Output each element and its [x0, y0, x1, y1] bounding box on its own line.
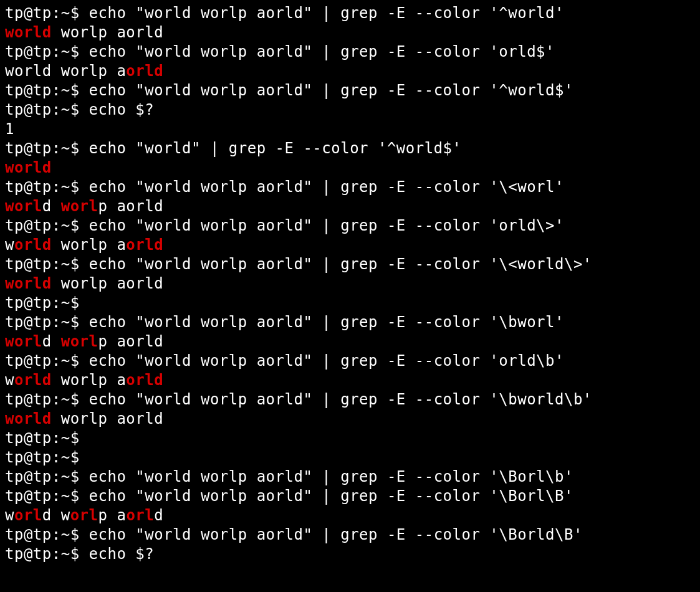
terminal-output-line: world worlp aorld — [5, 332, 695, 351]
output-text: w — [5, 507, 14, 524]
output-text: p aorld — [98, 198, 164, 215]
shell-command: echo $? — [89, 101, 155, 118]
output-text: worlp aorld — [52, 24, 163, 41]
terminal-output[interactable]: tp@tp:~$ echo "world worlp aorld" | grep… — [0, 0, 700, 569]
terminal-prompt-line: tp@tp:~$ echo "world" | grep -E --color … — [5, 139, 695, 158]
grep-match: orld — [126, 62, 163, 80]
shell-prompt: tp@tp:~$ — [5, 352, 89, 370]
grep-match: orld — [14, 236, 52, 254]
shell-command: echo "world worlp aorld" | grep -E --col… — [89, 313, 564, 331]
terminal-prompt-line: tp@tp:~$ echo "world worlp aorld" | grep… — [5, 351, 695, 371]
shell-prompt: tp@tp:~$ — [5, 140, 89, 157]
output-text: d w — [42, 507, 70, 524]
shell-command: echo $? — [89, 545, 155, 563]
terminal-prompt-line: tp@tp:~$ echo $? — [5, 100, 695, 120]
shell-prompt: tp@tp:~$ — [5, 101, 89, 118]
grep-match: worl — [61, 198, 98, 215]
shell-command: echo "world worlp aorld" | grep -E --col… — [89, 352, 564, 370]
shell-prompt: tp@tp:~$ — [5, 429, 89, 447]
terminal-prompt-line: tp@tp:~$ echo "world worlp aorld" | grep… — [5, 255, 695, 274]
terminal-prompt-line: tp@tp:~$ echo $? — [5, 545, 695, 564]
shell-prompt: tp@tp:~$ — [5, 449, 89, 466]
terminal-prompt-line: tp@tp:~$ — [5, 429, 695, 448]
output-text: d — [154, 507, 163, 524]
grep-match: worl — [61, 333, 98, 350]
shell-prompt: tp@tp:~$ — [5, 468, 89, 485]
output-text: 1 — [5, 120, 14, 138]
terminal-output-line: world worlp aorld — [5, 274, 695, 294]
shell-command: echo "world worlp aorld" | grep -E --col… — [89, 487, 573, 505]
shell-command: echo "world worlp aorld" | grep -E --col… — [89, 43, 555, 60]
terminal-prompt-line: tp@tp:~$ echo "world worlp aorld" | grep… — [5, 467, 695, 487]
grep-match: worl — [5, 333, 42, 350]
terminal-prompt-line: tp@tp:~$ — [5, 294, 695, 313]
terminal-prompt-line: tp@tp:~$ echo "world worlp aorld" | grep… — [5, 525, 695, 545]
shell-command: echo "world worlp aorld" | grep -E --col… — [89, 82, 573, 99]
shell-prompt: tp@tp:~$ — [5, 217, 89, 234]
shell-command: echo "world worlp aorld" | grep -E --col… — [89, 4, 564, 22]
shell-prompt: tp@tp:~$ — [5, 294, 89, 312]
output-text: worlp a — [52, 236, 127, 254]
terminal-output-line: world worlp aorld — [5, 236, 695, 255]
terminal-output-line: world worlp aorld — [5, 197, 695, 216]
grep-match: orl — [14, 507, 42, 524]
terminal-output-line: world worlp aorld — [5, 23, 695, 42]
grep-match: orld — [126, 371, 163, 389]
terminal-prompt-line: tp@tp:~$ echo "world worlp aorld" | grep… — [5, 390, 695, 409]
output-text: worlp a — [52, 371, 127, 389]
terminal-prompt-line: tp@tp:~$ echo "world worlp aorld" | grep… — [5, 487, 695, 506]
terminal-prompt-line: tp@tp:~$ echo "world worlp aorld" | grep… — [5, 4, 695, 23]
shell-prompt: tp@tp:~$ — [5, 313, 89, 331]
terminal-prompt-line: tp@tp:~$ echo "world worlp aorld" | grep… — [5, 216, 695, 236]
grep-match: world — [5, 275, 52, 292]
shell-prompt: tp@tp:~$ — [5, 43, 89, 60]
grep-match: orl — [70, 507, 98, 524]
terminal-prompt-line: tp@tp:~$ echo "world worlp aorld" | grep… — [5, 178, 695, 197]
shell-command: echo "world worlp aorld" | grep -E --col… — [89, 255, 592, 273]
shell-command: echo "world worlp aorld" | grep -E --col… — [89, 391, 592, 408]
shell-command: echo "world worlp aorld" | grep -E --col… — [89, 468, 573, 485]
terminal-prompt-line: tp@tp:~$ — [5, 448, 695, 467]
terminal-prompt-line: tp@tp:~$ echo "world worlp aorld" | grep… — [5, 42, 695, 62]
shell-command: echo "world worlp aorld" | grep -E --col… — [89, 217, 564, 234]
shell-prompt: tp@tp:~$ — [5, 526, 89, 543]
shell-prompt: tp@tp:~$ — [5, 82, 89, 99]
terminal-output-line: world worlp aorld — [5, 409, 695, 429]
shell-prompt: tp@tp:~$ — [5, 178, 89, 196]
terminal-output-line: world worlp aorld — [5, 506, 695, 525]
shell-command: echo "world worlp aorld" | grep -E --col… — [89, 526, 583, 543]
output-text: w — [5, 371, 14, 389]
output-text: d — [42, 198, 61, 215]
shell-command: echo "world worlp aorld" | grep -E --col… — [89, 178, 564, 196]
shell-prompt: tp@tp:~$ — [5, 487, 89, 505]
terminal-output-line: 1 — [5, 120, 695, 139]
terminal-prompt-line: tp@tp:~$ echo "world worlp aorld" | grep… — [5, 81, 695, 100]
shell-command: echo "world" | grep -E --color '^world$' — [89, 140, 462, 157]
output-text: p aorld — [98, 333, 164, 350]
output-text: p a — [98, 507, 127, 524]
grep-match: orl — [126, 507, 154, 524]
output-text: d — [42, 333, 61, 350]
grep-match: world — [5, 159, 52, 176]
output-text: worlp aorld — [52, 410, 163, 427]
terminal-prompt-line: tp@tp:~$ echo "world worlp aorld" | grep… — [5, 313, 695, 332]
grep-match: worl — [5, 198, 42, 215]
grep-match: orld — [14, 371, 52, 389]
output-text: w — [5, 236, 14, 254]
shell-prompt: tp@tp:~$ — [5, 255, 89, 273]
output-text: world worlp a — [5, 62, 126, 80]
grep-match: world — [5, 24, 52, 41]
shell-prompt: tp@tp:~$ — [5, 391, 89, 408]
grep-match: world — [5, 410, 52, 427]
shell-prompt: tp@tp:~$ — [5, 545, 89, 563]
terminal-output-line: world — [5, 158, 695, 178]
terminal-output-line: world worlp aorld — [5, 371, 695, 390]
shell-prompt: tp@tp:~$ — [5, 4, 89, 22]
output-text: worlp aorld — [52, 275, 163, 292]
grep-match: orld — [126, 236, 163, 254]
terminal-output-line: world worlp aorld — [5, 62, 695, 81]
